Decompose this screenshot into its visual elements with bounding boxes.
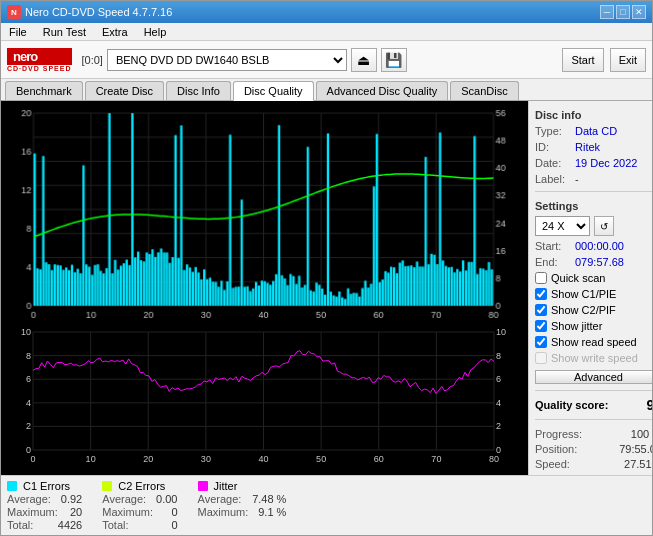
show-read-speed-row: Show read speed <box>535 336 652 348</box>
end-time-row: End: 079:57.68 <box>535 256 652 268</box>
tab-disc-info[interactable]: Disc Info <box>166 81 231 100</box>
advanced-button[interactable]: Advanced <box>535 370 652 384</box>
toolbar: nero CD·DVD SPEED [0:0] BENQ DVD DD DW16… <box>1 41 652 79</box>
show-write-speed-checkbox[interactable] <box>535 352 547 364</box>
tab-advanced-disc-quality[interactable]: Advanced Disc Quality <box>316 81 449 100</box>
label-value: - <box>575 173 579 185</box>
disc-id-row: ID: Ritek <box>535 141 652 153</box>
menu-file[interactable]: File <box>5 25 31 39</box>
c2-total-value: 0 <box>171 519 177 531</box>
c1-max-label: Maximum: <box>7 506 58 518</box>
menu-run-test[interactable]: Run Test <box>39 25 90 39</box>
c2-avg-value: 0.00 <box>156 493 177 505</box>
c2-dot <box>102 481 112 491</box>
position-label: Position: <box>535 443 577 455</box>
show-c2-checkbox[interactable] <box>535 304 547 316</box>
jitter-title-label: Jitter <box>214 480 238 492</box>
position-value: 79:55.00 <box>619 443 652 455</box>
c2-title: C2 Errors <box>102 480 177 492</box>
quality-row: Quality score: 97 <box>535 397 652 413</box>
chart-area <box>1 101 528 475</box>
maximize-button[interactable]: □ <box>616 5 630 19</box>
show-jitter-row: Show jitter <box>535 320 652 332</box>
save-button[interactable]: 💾 <box>381 48 407 72</box>
divider-3 <box>535 419 652 420</box>
position-row: Position: 79:55.00 <box>535 443 652 455</box>
date-label: Date: <box>535 157 571 169</box>
date-value: 19 Dec 2022 <box>575 157 637 169</box>
minimize-button[interactable]: ─ <box>600 5 614 19</box>
tab-benchmark[interactable]: Benchmark <box>5 81 83 100</box>
show-c2-label: Show C2/PIF <box>551 304 616 316</box>
speed-row-prog: Speed: 27.51 X <box>535 458 652 470</box>
id-value: Ritek <box>575 141 600 153</box>
drive-select-area: [0:0] BENQ DVD DD DW1640 BSLB ⏏ 💾 <box>82 48 557 72</box>
c2-avg-label: Average: <box>102 493 146 505</box>
c1-title-label: C1 Errors <box>23 480 70 492</box>
end-value: 079:57.68 <box>575 256 624 268</box>
c1-max-row: Maximum: 20 <box>7 506 82 518</box>
nero-logo-area: nero CD·DVD SPEED <box>7 48 72 72</box>
show-jitter-checkbox[interactable] <box>535 320 547 332</box>
close-button[interactable]: ✕ <box>632 5 646 19</box>
jitter-stats: Jitter Average: 7.48 % Maximum: 9.1 % <box>198 480 287 531</box>
app-icon: N <box>7 5 21 19</box>
progress-label: Progress: <box>535 428 582 440</box>
show-c1-checkbox[interactable] <box>535 288 547 300</box>
c1-avg-label: Average: <box>7 493 51 505</box>
start-value: 000:00.00 <box>575 240 624 252</box>
jitter-chart <box>5 326 524 468</box>
quick-scan-row: Quick scan <box>535 272 652 284</box>
c1-total-label: Total: <box>7 519 33 531</box>
disc-date-row: Date: 19 Dec 2022 <box>535 157 652 169</box>
jitter-avg-row: Average: 7.48 % <box>198 493 287 505</box>
quick-scan-checkbox[interactable] <box>535 272 547 284</box>
progress-value: 100 % <box>631 428 652 440</box>
c1-max-value: 20 <box>70 506 82 518</box>
quality-score: 97 <box>646 397 652 413</box>
menu-extra[interactable]: Extra <box>98 25 132 39</box>
title-bar-left: N Nero CD-DVD Speed 4.7.7.16 <box>7 5 172 19</box>
jitter-max-value: 9.1 % <box>258 506 286 518</box>
show-read-speed-checkbox[interactable] <box>535 336 547 348</box>
c1-c2-chart <box>5 105 524 324</box>
settings-title: Settings <box>535 200 652 212</box>
speed-label: Speed: <box>535 458 570 470</box>
c1-total-value: 4426 <box>58 519 82 531</box>
window-title: Nero CD-DVD Speed 4.7.7.16 <box>25 6 172 18</box>
quick-scan-label: Quick scan <box>551 272 605 284</box>
c1-dot <box>7 481 17 491</box>
divider-1 <box>535 191 652 192</box>
tab-disc-quality[interactable]: Disc Quality <box>233 81 314 101</box>
tab-create-disc[interactable]: Create Disc <box>85 81 164 100</box>
settings-icon-button[interactable]: ↺ <box>594 216 614 236</box>
speed-select[interactable]: 24 X <box>535 216 590 236</box>
start-button[interactable]: Start <box>562 48 603 72</box>
c1-avg-row: Average: 0.92 <box>7 493 82 505</box>
title-bar: N Nero CD-DVD Speed 4.7.7.16 ─ □ ✕ <box>1 1 652 23</box>
tab-bar: Benchmark Create Disc Disc Info Disc Qua… <box>1 79 652 101</box>
show-c1-row: Show C1/PIE <box>535 288 652 300</box>
disc-label-row: Label: - <box>535 173 652 185</box>
jitter-avg-label: Average: <box>198 493 242 505</box>
exit-button[interactable]: Exit <box>610 48 646 72</box>
show-read-speed-label: Show read speed <box>551 336 637 348</box>
tab-scan-disc[interactable]: ScanDisc <box>450 81 518 100</box>
c2-total-label: Total: <box>102 519 128 531</box>
eject-button[interactable]: ⏏ <box>351 48 377 72</box>
show-jitter-label: Show jitter <box>551 320 602 332</box>
c2-total-row: Total: 0 <box>102 519 177 531</box>
nero-logo: nero <box>7 48 72 65</box>
speed-value: 27.51 X <box>624 458 652 470</box>
title-buttons: ─ □ ✕ <box>600 5 646 19</box>
c2-max-label: Maximum: <box>102 506 153 518</box>
c2-title-label: C2 Errors <box>118 480 165 492</box>
jitter-dot <box>198 481 208 491</box>
main-content: Disc info Type: Data CD ID: Ritek Date: … <box>1 101 652 475</box>
drive-combo[interactable]: BENQ DVD DD DW1640 BSLB <box>107 49 347 71</box>
drive-label: [0:0] <box>82 54 103 66</box>
menu-help[interactable]: Help <box>140 25 171 39</box>
id-label: ID: <box>535 141 571 153</box>
nero-sub-logo: CD·DVD SPEED <box>7 65 72 72</box>
label-label: Label: <box>535 173 571 185</box>
